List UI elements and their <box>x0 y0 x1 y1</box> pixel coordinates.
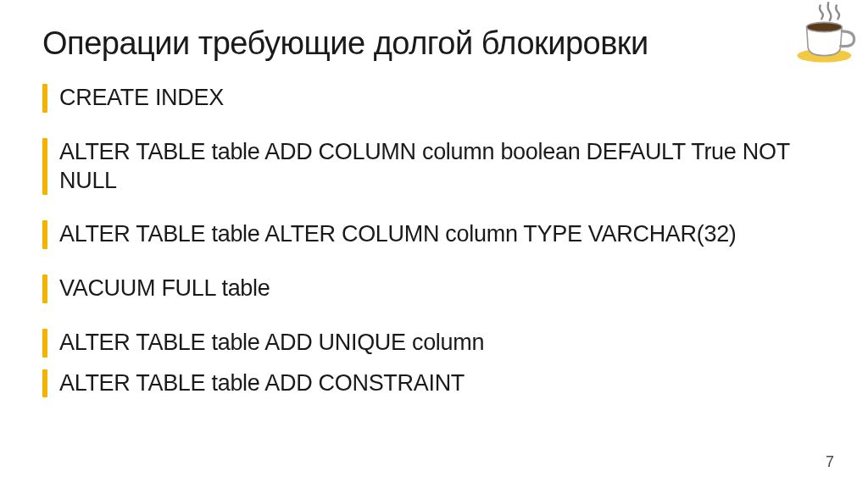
svg-point-1 <box>807 22 843 31</box>
bullet-text: ALTER TABLE table ADD UNIQUE column <box>59 329 484 358</box>
coffee-cup-icon <box>792 0 860 68</box>
bullet-bar-icon <box>42 329 47 358</box>
bullet-item: ALTER TABLE table ADD COLUMN column bool… <box>42 138 826 196</box>
page-number: 7 <box>826 453 834 471</box>
bullet-text: CREATE INDEX <box>59 84 224 113</box>
bullet-list-1: CREATE INDEX ALTER TABLE table ADD COLUM… <box>42 84 826 303</box>
bullet-text: VACUUM FULL table <box>59 274 270 303</box>
bullet-bar-icon <box>42 220 47 249</box>
slide-container: Операции требующие долгой блокировки CRE… <box>0 0 868 488</box>
bullet-item: ALTER TABLE table ALTER COLUMN column TY… <box>42 220 826 249</box>
slide-title: Операции требующие долгой блокировки <box>42 25 826 62</box>
bullet-bar-icon <box>42 274 47 303</box>
bullet-item: ALTER TABLE table ADD UNIQUE column <box>42 329 826 358</box>
bullet-bar-icon <box>42 138 47 196</box>
bullet-item: CREATE INDEX <box>42 84 826 113</box>
bullet-item: ALTER TABLE table ADD CONSTRAINT <box>42 369 826 398</box>
bullet-bar-icon <box>42 84 47 113</box>
bullet-list-2: ALTER TABLE table ADD UNIQUE column ALTE… <box>42 329 826 398</box>
bullet-text: ALTER TABLE table ALTER COLUMN column TY… <box>59 220 737 249</box>
bullet-item: VACUUM FULL table <box>42 274 826 303</box>
bullet-text: ALTER TABLE table ADD COLUMN column bool… <box>59 138 826 196</box>
bullet-text: ALTER TABLE table ADD CONSTRAINT <box>59 369 465 398</box>
bullet-bar-icon <box>42 369 47 398</box>
